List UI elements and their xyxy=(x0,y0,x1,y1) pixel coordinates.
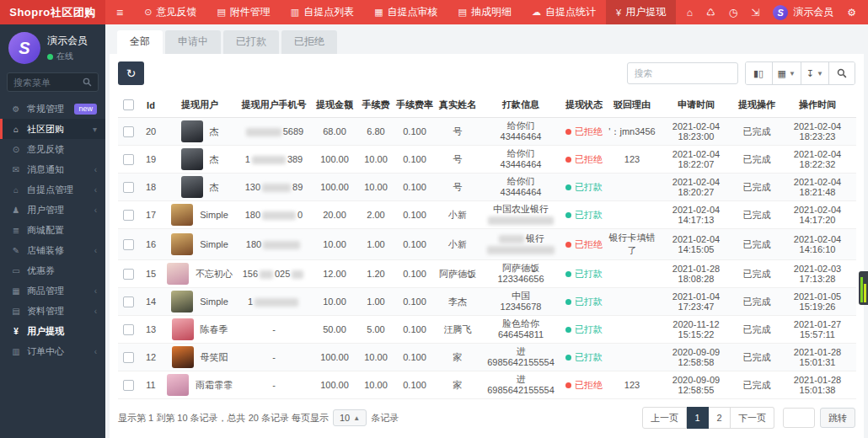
cell-phone: 1800 xyxy=(236,201,312,229)
row-checkbox[interactable] xyxy=(123,154,134,165)
sidebar-item-decorate[interactable]: ✎店铺装修‹ xyxy=(0,240,105,260)
sidebar-item-withdraw[interactable]: ¥用户提现 xyxy=(0,321,105,341)
sidebar-item-label: 用户管理 xyxy=(27,204,64,216)
table-body: 20杰568968.006.800.100号给你们43446464已拒绝'：jm… xyxy=(118,118,856,399)
table-search-input[interactable] xyxy=(627,62,738,84)
profile-avatar: S xyxy=(8,32,40,64)
cell-rate: 0.100 xyxy=(394,371,435,399)
sidebar-toggle-icon[interactable]: ≡ xyxy=(105,0,134,24)
page-jump-input[interactable] xyxy=(783,408,815,428)
page-button-2[interactable]: 2 xyxy=(709,407,731,429)
page-jump-button[interactable]: 跳转 xyxy=(820,408,855,428)
sidebar-item-general[interactable]: ⚙常规管理new xyxy=(0,99,105,119)
tab-3[interactable]: 已拒绝 xyxy=(281,30,337,54)
tab-2[interactable]: 已打款 xyxy=(223,30,279,54)
user-avatar-image[interactable] xyxy=(181,148,203,170)
sidebar-search[interactable] xyxy=(7,72,99,92)
row-checkbox[interactable] xyxy=(123,126,134,137)
topnav-item-list[interactable]: ▥自提点列表 xyxy=(281,0,364,24)
toggle-view-button[interactable]: ▮▯ xyxy=(746,62,772,84)
cell-user: 雨霜霏霏 xyxy=(163,371,236,399)
sidebar-item-material[interactable]: ▤资料管理‹ xyxy=(0,301,105,321)
cell-operate-time: 2021-01-28 15:01:31 xyxy=(779,344,856,371)
user-cell: 不忘初心 xyxy=(165,263,234,285)
cell-reason xyxy=(607,344,657,371)
profile-name: 演示会员 xyxy=(47,34,88,48)
sidebar-profile[interactable]: S 演示会员 在线 xyxy=(0,24,105,70)
user-avatar-image[interactable] xyxy=(171,291,193,312)
page-button-1[interactable]: 1 xyxy=(687,407,709,429)
tab-0[interactable]: 全部 xyxy=(117,30,163,54)
prev-page-button[interactable]: 上一页 xyxy=(642,407,687,429)
sidebar-item-orders[interactable]: ▥订单中心‹ xyxy=(0,341,105,361)
row-checkbox[interactable] xyxy=(123,182,134,193)
user-avatar-image[interactable] xyxy=(181,176,203,198)
sidebar-item-coupon[interactable]: ▭优惠券 xyxy=(0,260,105,280)
user-avatar-image[interactable] xyxy=(172,346,194,368)
user-avatar-image[interactable] xyxy=(167,374,189,396)
export-button[interactable]: ↧▼ xyxy=(801,62,828,84)
cell-phone: 156025 xyxy=(236,260,312,288)
table-row: 15不忘初心15602512.001.200.100阿萨德饭阿萨德饭123346… xyxy=(118,260,856,288)
next-page-button[interactable]: 下一页 xyxy=(731,407,774,429)
cell-operate-time: 2021-01-28 15:01:38 xyxy=(779,371,856,399)
row-checkbox[interactable] xyxy=(123,324,134,335)
phone-text: 1 xyxy=(245,154,250,164)
sidebar-item-label: 订单中心 xyxy=(27,345,64,358)
cell-pay-info: 进6985642155554 xyxy=(480,371,561,399)
search-toggle-button[interactable] xyxy=(828,62,855,84)
topnav-item-audit[interactable]: ▦自提点审核 xyxy=(364,0,447,24)
cell-id: 15 xyxy=(138,260,163,288)
sidebar-item-label: 自提点管理 xyxy=(27,184,73,196)
table-row: 11雨霜霏霏-100.0010.000.100家进6985642155554已拒… xyxy=(118,371,856,399)
per-page-dropdown[interactable]: 10▲ xyxy=(333,409,367,426)
settings-gear-icon[interactable]: ⚙ xyxy=(847,7,856,19)
refresh-button[interactable]: ↻ xyxy=(118,61,144,85)
row-checkbox[interactable] xyxy=(123,210,134,221)
topnav-item-stats[interactable]: ☁自提点统计 xyxy=(522,0,606,24)
sidebar-item-notice[interactable]: ✉消息通知‹ xyxy=(0,159,105,179)
history-icon[interactable]: ◷ xyxy=(729,7,737,19)
user-avatar-image[interactable] xyxy=(171,204,193,226)
pay-info-line: 进 xyxy=(482,346,560,357)
sidebar-item-config[interactable]: ≣商城配置 xyxy=(0,220,105,240)
toggle-view-icon: ▮▯ xyxy=(753,68,764,79)
user-avatar-image[interactable] xyxy=(181,120,203,142)
user-avatar-image[interactable] xyxy=(167,263,189,285)
sidebar-search-input[interactable] xyxy=(13,77,83,88)
clear-cache-icon[interactable]: ♺ xyxy=(706,7,715,19)
cell-phone: - xyxy=(236,316,312,344)
sidebar-item-users[interactable]: ♟用户管理‹ xyxy=(0,200,105,220)
user-menu[interactable]: S 演示会员 xyxy=(773,5,833,20)
status-badge: 已打款 xyxy=(575,324,603,334)
floating-monitor-widget[interactable] xyxy=(859,271,868,305)
brand-logo[interactable]: Shopro社区团购 xyxy=(0,0,105,24)
topnav-item-feedback[interactable]: ⊙意见反馈 xyxy=(134,0,206,24)
columns-button[interactable]: ▦▼ xyxy=(772,62,801,84)
user-avatar-image[interactable] xyxy=(171,233,193,255)
row-checkbox[interactable] xyxy=(123,352,134,363)
redacted-blur xyxy=(262,211,296,220)
tab-1[interactable]: 申请中 xyxy=(165,30,221,54)
home-icon[interactable]: ⌂ xyxy=(687,7,693,19)
cell-fee: 2.00 xyxy=(357,201,394,229)
user-avatar-image[interactable] xyxy=(172,318,194,340)
row-checkbox[interactable] xyxy=(123,239,134,250)
toolbar-button-group: ▮▯ ▦▼ ↧▼ xyxy=(745,61,855,85)
sidebar-item-station[interactable]: ⌂自提点管理‹ xyxy=(0,179,105,200)
cell-amount: 12.00 xyxy=(312,260,357,288)
row-checkbox[interactable] xyxy=(123,269,134,280)
topnav-item-label: 意见反馈 xyxy=(156,5,196,19)
fullscreen-icon[interactable]: ⇲ xyxy=(751,7,759,19)
sidebar-item-feedback[interactable]: ⊙意见反馈 xyxy=(0,139,105,159)
status-dot xyxy=(565,129,571,135)
sidebar-item-community[interactable]: ⌂社区团购▾ xyxy=(0,119,105,139)
sidebar-item-goods[interactable]: ▦商品管理‹ xyxy=(0,280,105,301)
topnav-item-files[interactable]: ▤附件管理 xyxy=(206,0,280,24)
select-all-checkbox[interactable] xyxy=(123,99,134,110)
row-checkbox[interactable] xyxy=(123,296,134,307)
row-checkbox[interactable] xyxy=(123,380,134,391)
topnav-item-withdraw[interactable]: ¥用户提现 xyxy=(606,0,676,24)
topnav-item-detail[interactable]: ▤抽成明细 xyxy=(448,0,522,24)
phone-text: - xyxy=(272,352,276,362)
